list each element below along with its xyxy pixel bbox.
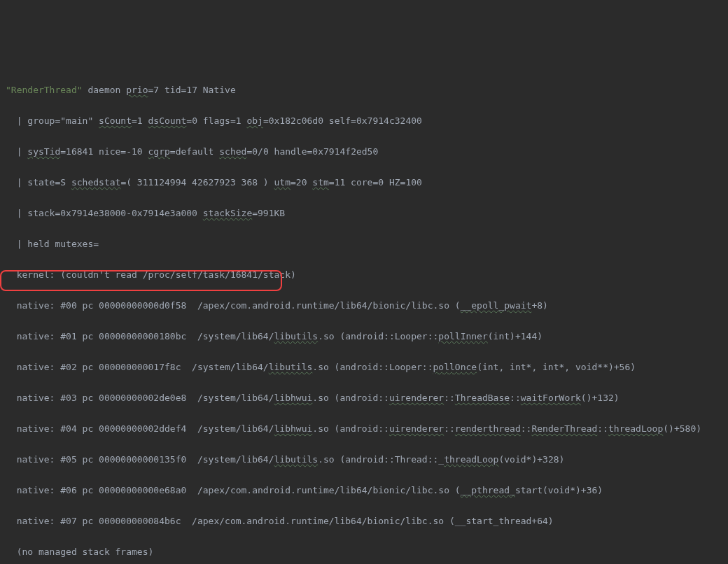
trace-line: native: #04 pc 00000000002ddef4 /system/…: [6, 421, 722, 437]
trace-line: native: #07 pc 000000000084b6c /apex/com…: [6, 514, 722, 529]
trace-line: native: #06 pc 00000000000e68a0 /apex/co…: [6, 483, 722, 498]
trace-line: native: #05 pc 00000000000135f0 /system/…: [6, 452, 722, 467]
trace-line: | held mutexes=: [6, 237, 722, 252]
trace-output: "RenderThread" daemon prio=7 tid=17 Nati…: [6, 67, 722, 564]
trace-line: | sysTid=16841 nice=-10 cgrp=default sch…: [6, 144, 722, 160]
trace-line: native: #01 pc 00000000000180bc /system/…: [6, 329, 722, 344]
trace-line: native: #00 pc 00000000000d0f58 /apex/co…: [6, 298, 722, 313]
trace-line: | state=S schedstat=( 311124994 42627923…: [6, 175, 722, 190]
trace-line: | group="main" sCount=1 dsCount=0 flags=…: [6, 113, 722, 129]
trace-line: kernel: (couldn't read /proc/self/task/1…: [6, 267, 722, 283]
trace-line: native: #02 pc 000000000017f8c /system/l…: [6, 360, 722, 375]
trace-line: native: #03 pc 00000000002de0e8 /system/…: [6, 390, 722, 406]
trace-line: (no managed stack frames): [6, 544, 722, 560]
thread-header-renderthread: "RenderThread" daemon prio=7 tid=17 Nati…: [6, 83, 722, 98]
trace-line: | stack=0x7914e38000-0x7914e3a000 stackS…: [6, 206, 722, 221]
